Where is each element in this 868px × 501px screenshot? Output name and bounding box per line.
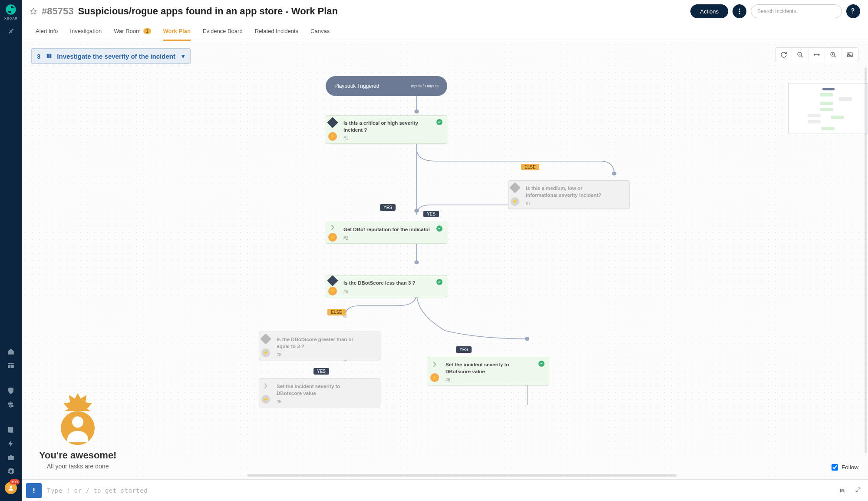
- tab-alert-info[interactable]: Alert info: [36, 23, 58, 41]
- bolt-icon[interactable]: [7, 440, 15, 448]
- signpost-icon[interactable]: [7, 401, 15, 408]
- command-flag-button[interactable]: [26, 483, 42, 498]
- task-title: Get DBot reputation for the indicator: [343, 226, 432, 233]
- edge-label-yes: YES: [423, 211, 439, 217]
- task-node-6[interactable]: ❯ ⚡ Set the incident severity to DBotsco…: [428, 357, 549, 385]
- user-avatar[interactable]: +99: [5, 482, 17, 494]
- expand-button[interactable]: [855, 487, 861, 494]
- tab-label: Work Plan: [163, 28, 191, 34]
- task-number: #1: [343, 136, 432, 141]
- help-icon: [851, 8, 855, 14]
- gear-icon[interactable]: [7, 468, 15, 475]
- check-icon: [538, 361, 545, 367]
- auto-bolt-icon: ⚡: [328, 233, 337, 242]
- auto-bolt-icon: ⚡: [430, 373, 439, 382]
- help-button[interactable]: [846, 4, 860, 18]
- command-input[interactable]: [47, 487, 835, 494]
- svg-point-10: [612, 172, 616, 175]
- tab-badge: 1: [143, 28, 151, 34]
- horizontal-scrollbar[interactable]: [248, 474, 677, 477]
- auto-bolt-icon: ⚡: [511, 197, 519, 206]
- tab-war-room[interactable]: War Room 1: [114, 23, 151, 41]
- svg-point-3: [739, 13, 740, 14]
- vertical-scrollbar[interactable]: [865, 67, 867, 453]
- svg-point-1: [739, 8, 740, 10]
- markdown-toggle[interactable]: M↓: [840, 488, 845, 493]
- tab-work-plan[interactable]: Work Plan: [163, 23, 191, 41]
- tab-label: Alert info: [36, 28, 58, 34]
- tab-investigation[interactable]: Investigation: [70, 23, 102, 41]
- auto-bolt-icon: ⚡: [261, 395, 270, 404]
- crown-avatar-icon: [50, 390, 106, 446]
- more-menu-button[interactable]: [733, 4, 746, 18]
- task-type-icon: ❯: [330, 224, 335, 230]
- brand-logo-icon: [5, 3, 17, 16]
- tab-label: Related Incidents: [255, 28, 298, 34]
- tab-label: Investigation: [70, 28, 102, 34]
- follow-toggle[interactable]: Follow: [832, 464, 858, 471]
- command-bar: M↓: [22, 479, 868, 501]
- task-title: Is the DBotScore less than 3 ?: [343, 280, 432, 287]
- task-node-8[interactable]: ⚡ Is the DBotScore greater than or equal…: [259, 332, 380, 360]
- trigger-sublabel: Inputs / Outputs: [411, 84, 439, 88]
- dashboard-icon[interactable]: [7, 362, 15, 369]
- svg-point-8: [415, 110, 419, 113]
- tab-evidence-board[interactable]: Evidence Board: [203, 23, 243, 41]
- brand-name: XSOAR: [4, 17, 18, 20]
- follow-checkbox[interactable]: [832, 464, 838, 471]
- auto-bolt-icon: ⚡: [261, 348, 270, 357]
- person-icon: [7, 484, 14, 491]
- briefcase-icon[interactable]: [7, 454, 15, 461]
- condition-icon: [327, 117, 338, 128]
- kebab-icon: [739, 8, 740, 14]
- actions-button[interactable]: Actions: [690, 4, 728, 18]
- congrats-panel: You're awesome! All your tasks are done: [39, 390, 116, 470]
- auto-bolt-icon: ⚡: [328, 287, 337, 295]
- task-number: #8: [277, 352, 365, 357]
- edge-label-yes: YES: [380, 204, 396, 211]
- page-header: #85753 Suspicious/rogue apps found in an…: [22, 0, 868, 21]
- svg-point-9: [415, 209, 419, 212]
- task-node-6-dim[interactable]: ❯ ⚡ Set the incident severity to DBotsco…: [259, 378, 380, 407]
- svg-point-13: [525, 337, 529, 341]
- svg-point-11: [415, 261, 419, 264]
- left-sidebar: XSOAR +99: [0, 0, 22, 501]
- tab-canvas[interactable]: Canvas: [310, 23, 330, 41]
- workplan-canvas[interactable]: 3 Investigate the severity of the incide…: [22, 41, 868, 479]
- task-number: #6: [277, 399, 365, 404]
- book-icon[interactable]: [7, 426, 15, 434]
- incident-title: Suspicious/rogue apps found in an app st…: [78, 6, 338, 17]
- task-title: Set the incident severity to DBotscore v…: [277, 383, 365, 397]
- task-node-1[interactable]: ⚡ Is this a critical or high severity in…: [326, 115, 447, 144]
- congrats-subtitle: All your tasks are done: [39, 463, 116, 470]
- check-icon: [436, 119, 442, 125]
- task-title: Set the incident severity to DBotscore v…: [446, 362, 534, 375]
- task-type-icon: ❯: [263, 383, 268, 388]
- edge-label-yes: YES: [314, 368, 329, 375]
- task-node-7[interactable]: ⚡ Is this a medium, low or informational…: [508, 180, 630, 209]
- condition-icon: [327, 275, 338, 286]
- main-area: #85753 Suspicious/rogue apps found in an…: [22, 0, 868, 501]
- search-incidents-input[interactable]: [751, 4, 842, 18]
- task-node-5[interactable]: ⚡ Is the DBotScore less than 3 ? #5: [326, 275, 447, 297]
- tab-related-incidents[interactable]: Related Incidents: [255, 23, 298, 41]
- avatar-notification-badge: +99: [10, 479, 20, 484]
- edge-label-else: ELSE: [327, 309, 346, 315]
- check-icon: [436, 279, 442, 285]
- home-icon[interactable]: [7, 348, 15, 355]
- tab-label: Evidence Board: [203, 28, 243, 34]
- task-node-2[interactable]: ❯ ⚡ Get DBot reputation for the indicato…: [326, 222, 447, 244]
- playbook-trigger-node[interactable]: Playbook Triggered Inputs / Outputs: [326, 76, 447, 96]
- task-number: #6: [446, 378, 534, 382]
- pin-icon[interactable]: [7, 27, 15, 34]
- task-title: Is this a critical or high severity inci…: [343, 120, 432, 133]
- task-title: Is this a medium, low or informational s…: [526, 185, 614, 199]
- follow-label: Follow: [842, 464, 858, 471]
- task-number: #5: [343, 289, 432, 294]
- svg-point-0: [10, 486, 12, 488]
- favorite-star-icon[interactable]: [30, 7, 37, 15]
- edge-label-else: ELSE: [521, 164, 539, 170]
- trigger-label: Playbook Triggered: [334, 83, 379, 89]
- auto-bolt-icon: ⚡: [328, 132, 337, 141]
- shield-icon[interactable]: [7, 387, 15, 395]
